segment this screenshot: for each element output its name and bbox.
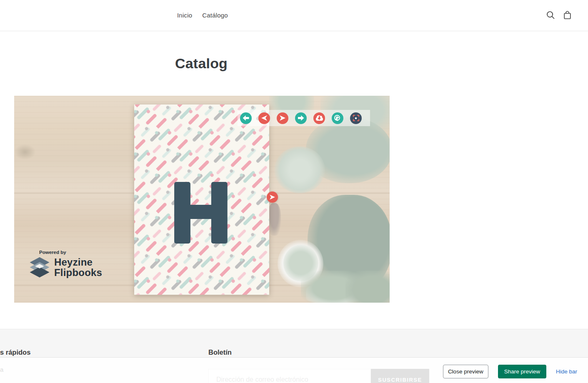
powered-by-heyzine-link[interactable]: Powered by Heyzine Flipbooks xyxy=(28,250,102,280)
powered-by-label: Powered by xyxy=(39,250,102,255)
flipbook-embed: H xyxy=(14,96,390,303)
zoom-in-button[interactable] xyxy=(332,112,343,124)
quick-links-heading: s rápidos xyxy=(0,348,30,356)
fullscreen-icon xyxy=(353,115,359,121)
heyzine-logo-icon xyxy=(28,256,52,280)
brand-heyzine: Heyzine xyxy=(54,257,102,268)
nav-link-inicio[interactable]: Inicio xyxy=(177,12,192,19)
previous-page-button[interactable] xyxy=(258,112,270,124)
next-page-icon xyxy=(280,115,285,121)
share-preview-button[interactable]: Share preview xyxy=(498,365,546,378)
flipbook-toolbar xyxy=(238,110,370,126)
fullscreen-button[interactable] xyxy=(350,112,362,124)
previous-page-icon xyxy=(261,115,267,121)
page-title: Catalog xyxy=(175,55,228,72)
last-page-button[interactable] xyxy=(295,112,307,124)
nav-link-catalogo[interactable]: Catálogo xyxy=(202,12,228,19)
first-page-icon xyxy=(243,115,249,121)
next-page-button[interactable] xyxy=(277,112,288,124)
preview-bar: Close preview Share preview Hide bar xyxy=(0,357,588,383)
main-nav: Inicio Catálogo xyxy=(177,12,228,19)
zoom-in-icon xyxy=(334,115,340,121)
download-button[interactable] xyxy=(313,112,325,124)
newsletter-heading: Boletín xyxy=(208,348,232,356)
cover-letter: H xyxy=(171,166,231,259)
flip-next-button[interactable] xyxy=(267,192,278,203)
site-header: Inicio Catálogo xyxy=(0,0,588,31)
search-icon[interactable] xyxy=(546,11,555,21)
hide-bar-link[interactable]: Hide bar xyxy=(556,368,577,375)
header-icons xyxy=(546,11,571,21)
first-page-button[interactable] xyxy=(240,112,252,124)
close-preview-button[interactable]: Close preview xyxy=(443,365,488,378)
last-page-icon xyxy=(298,115,304,121)
flip-next-icon xyxy=(270,195,275,200)
brand-flipbooks: Flipbooks xyxy=(54,268,102,278)
flipbook-cover-page[interactable]: H xyxy=(134,104,269,295)
cart-icon[interactable] xyxy=(563,11,571,21)
